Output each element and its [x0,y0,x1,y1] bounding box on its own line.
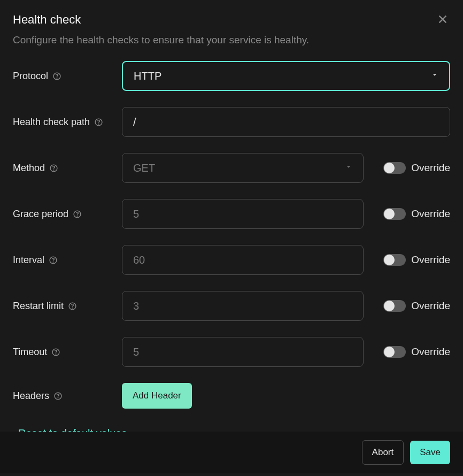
modal-subtitle: Configure the health checks to ensure th… [13,34,450,46]
timeout-override-label: Override [411,346,450,358]
method-row: Method GET [13,153,450,183]
interval-input [122,245,364,275]
restart-limit-override-label: Override [411,300,450,312]
svg-point-5 [98,124,99,124]
path-input[interactable] [122,107,450,137]
protocol-value: HTTP [134,70,431,82]
svg-point-11 [53,262,53,262]
help-icon[interactable] [73,210,82,219]
toggle-knob [384,209,395,219]
svg-point-7 [53,170,54,170]
abort-button[interactable]: Abort [362,440,404,465]
health-check-modal: Health check Configure the health checks… [0,0,463,476]
toggle-knob [384,163,395,173]
timeout-row: Timeout Override [13,337,450,367]
protocol-select[interactable]: HTTP [122,61,450,91]
timeout-label: Timeout [13,347,47,358]
method-override-toggle[interactable] [383,162,406,174]
grace-period-row: Grace period Override [13,199,450,229]
svg-point-17 [58,397,58,398]
help-icon[interactable] [53,391,63,401]
method-override-label: Override [411,162,450,174]
method-value: GET [133,162,345,174]
close-button[interactable] [435,13,450,28]
protocol-label: Protocol [13,71,48,82]
svg-point-9 [77,216,78,216]
interval-override-toggle[interactable] [383,254,406,266]
svg-point-13 [72,308,73,308]
headers-label: Headers [13,390,49,402]
headers-row: Headers Add Header [13,383,450,409]
help-icon[interactable] [51,348,60,357]
grace-period-input [122,199,364,229]
add-header-button[interactable]: Add Header [122,383,192,409]
protocol-row: Protocol HTTP [13,61,450,91]
modal-header: Health check Configure the health checks… [13,13,450,46]
svg-point-15 [56,354,57,354]
restart-limit-label: Restart limit [13,301,64,312]
grace-period-override-label: Override [411,208,450,220]
interval-label: Interval [13,255,44,266]
save-button[interactable]: Save [410,441,450,464]
help-icon[interactable] [94,118,103,127]
path-row: Health check path [13,107,450,137]
grace-period-override-toggle[interactable] [383,208,406,220]
timeout-input [122,337,364,367]
modal-footer: Abort Save [0,432,463,473]
timeout-override-toggle[interactable] [383,346,406,358]
help-icon[interactable] [49,164,58,173]
method-label: Method [13,163,45,174]
chevron-down-icon [431,71,438,81]
toggle-knob [384,347,395,357]
toggle-knob [384,301,395,311]
modal-title: Health check [13,13,450,27]
help-icon[interactable] [52,72,61,81]
toggle-knob [384,255,395,265]
interval-row: Interval Override [13,245,450,275]
close-icon [437,13,449,27]
help-icon[interactable] [68,302,77,311]
interval-override-label: Override [411,254,450,266]
chevron-down-icon [345,163,352,173]
form-content: Protocol HTTP [13,61,450,440]
svg-point-3 [57,78,57,78]
method-select: GET [122,153,364,183]
restart-limit-override-toggle[interactable] [383,300,406,312]
restart-limit-row: Restart limit Override [13,291,450,321]
path-label: Health check path [13,117,90,128]
help-icon[interactable] [49,256,58,265]
restart-limit-input [122,291,364,321]
grace-period-label: Grace period [13,209,68,220]
